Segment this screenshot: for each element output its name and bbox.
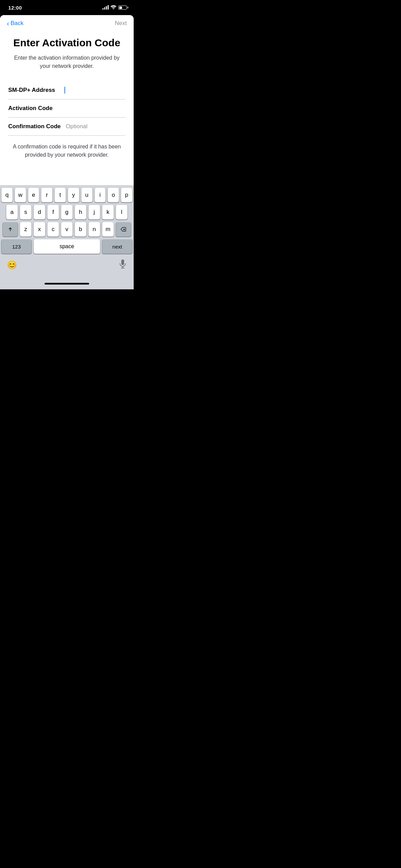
delete-key[interactable] — [116, 222, 131, 237]
key-y[interactable]: y — [68, 188, 79, 202]
status-time: 12:00 — [8, 5, 22, 11]
key-p[interactable]: p — [121, 188, 132, 202]
text-cursor — [64, 87, 65, 94]
battery-icon — [118, 5, 127, 10]
smdp-field-row[interactable]: SM-DP+ Address — [8, 81, 125, 99]
key-z[interactable]: z — [20, 222, 32, 237]
key-g[interactable]: g — [61, 205, 73, 219]
key-m[interactable]: m — [102, 222, 114, 237]
key-k[interactable]: k — [102, 205, 114, 219]
home-indicator — [0, 278, 134, 289]
svg-rect-3 — [121, 260, 124, 265]
key-i[interactable]: i — [95, 188, 106, 202]
activation-label: Activation Code — [8, 105, 63, 112]
key-j[interactable]: j — [88, 205, 100, 219]
key-q[interactable]: q — [1, 188, 13, 202]
key-o[interactable]: o — [108, 188, 119, 202]
key-e[interactable]: e — [28, 188, 39, 202]
field-group: SM-DP+ Address Activation Code Confirmat… — [8, 81, 125, 136]
page-body: Enter Activation Code Enter the activati… — [0, 30, 134, 185]
key-v[interactable]: v — [61, 222, 73, 237]
home-bar — [45, 283, 89, 285]
key-s[interactable]: s — [20, 205, 32, 219]
back-button[interactable]: ‹ Back — [7, 20, 23, 27]
key-l[interactable]: l — [116, 205, 127, 219]
back-chevron-icon: ‹ — [7, 20, 9, 27]
numbers-key[interactable]: 123 — [1, 239, 32, 254]
confirmation-placeholder: Optional — [66, 123, 87, 130]
space-key[interactable]: space — [34, 239, 100, 254]
key-b[interactable]: b — [75, 222, 86, 237]
next-button[interactable]: Next — [115, 20, 127, 27]
key-d[interactable]: d — [34, 205, 45, 219]
activation-field-row[interactable]: Activation Code — [8, 99, 125, 118]
confirmation-label: Confirmation Code — [8, 123, 63, 130]
keyboard-row-3: z x c v b n m — [1, 222, 132, 237]
key-h[interactable]: h — [75, 205, 86, 219]
smdp-label: SM-DP+ Address — [8, 87, 63, 94]
key-n[interactable]: n — [88, 222, 100, 237]
signal-bars-icon — [102, 5, 109, 10]
key-t[interactable]: t — [54, 188, 66, 202]
status-icons — [102, 5, 127, 10]
emoji-button[interactable]: 😊 — [7, 260, 17, 270]
key-c[interactable]: c — [47, 222, 59, 237]
back-label: Back — [11, 20, 24, 27]
keyboard-row-1: q w e r t y u i o p — [1, 188, 132, 202]
shift-key[interactable] — [3, 222, 18, 237]
confirmation-field-row[interactable]: Confirmation Code Optional — [8, 118, 125, 136]
keyboard-row-2: a s d f g h j k l — [1, 205, 132, 219]
key-x[interactable]: x — [34, 222, 45, 237]
page-subtitle: Enter the activation information provide… — [8, 54, 125, 70]
keyboard-accessories: 😊 — [1, 256, 132, 276]
keyboard-bottom-row: 123 space next — [1, 239, 132, 254]
nav-bar: ‹ Back Next — [0, 15, 134, 30]
key-u[interactable]: u — [81, 188, 93, 202]
microphone-button[interactable] — [119, 259, 127, 271]
wifi-icon — [111, 5, 116, 10]
key-a[interactable]: a — [6, 205, 18, 219]
keyboard: q w e r t y u i o p a s d f g h j k l — [0, 185, 134, 278]
key-w[interactable]: w — [15, 188, 26, 202]
keyboard-next-key[interactable]: next — [102, 239, 132, 254]
page-title: Enter Activation Code — [8, 37, 125, 49]
confirmation-note: A confirmation code is required if it ha… — [8, 136, 125, 166]
key-f[interactable]: f — [47, 205, 59, 219]
key-r[interactable]: r — [41, 188, 52, 202]
